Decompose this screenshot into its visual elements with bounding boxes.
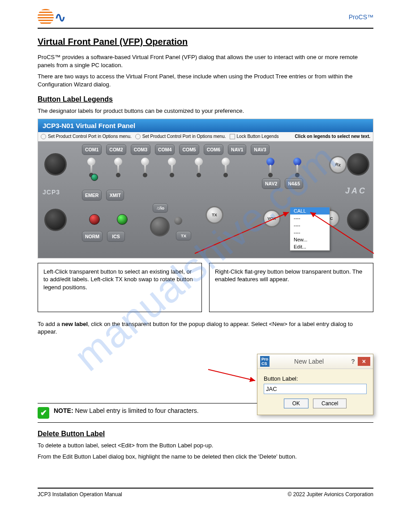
dropdown-item[interactable]: ---- (290, 215, 330, 222)
com1-toggle[interactable] (86, 158, 96, 176)
com5-button[interactable]: COM5 (179, 144, 199, 155)
sub2-p2: From the Edit Button Label dialog box, h… (38, 453, 373, 461)
left-row-3: NORM ICS (82, 231, 125, 242)
emer-button[interactable]: EMER (82, 190, 102, 201)
rotary-selector[interactable] (150, 217, 170, 236)
nav3-button[interactable]: NAV3 (251, 144, 269, 155)
rx-knob[interactable]: RX (327, 154, 349, 176)
com6-toggle[interactable] (221, 158, 231, 176)
ics-button[interactable]: ICS (107, 231, 125, 242)
dropdown-item-new[interactable]: New... (290, 236, 330, 243)
sub1-p: The designator labels for product button… (38, 107, 373, 115)
footnote-left: Left-Click transparent button to select … (38, 263, 202, 312)
vox-knob[interactable]: VOX (263, 210, 281, 227)
tx-knob[interactable]: TX (206, 206, 223, 224)
norm-led-red (89, 214, 100, 225)
intro-p2: There are two ways to access the Virtual… (38, 73, 373, 88)
intro-p1: ProCS™ provides a software-based Virtual… (38, 53, 373, 69)
dropdown-item[interactable]: ---- (290, 229, 330, 236)
svg-line-2 (208, 369, 255, 381)
dropdown-item-edit[interactable]: Edit... (290, 243, 330, 250)
dropdown-item-selected[interactable]: CALL (290, 207, 330, 215)
left-row-2: EMER XMIT (82, 190, 124, 201)
com1-button[interactable]: COM1 (82, 144, 102, 155)
com4-toggle[interactable] (167, 158, 177, 176)
ics-led-green (117, 214, 128, 225)
vfp-window: JCP3-N01 Virtual Front Panel Set Product… (38, 119, 373, 258)
nav1-toggle[interactable] (265, 158, 275, 176)
dialog-body: Button Label: OK Cancel (257, 369, 373, 415)
sub2-p1: To delete a button label, select <Edit> … (38, 442, 373, 450)
dialog-title: New Label (270, 358, 348, 365)
footer-left: JCP3 Installation Operation Manual (38, 491, 122, 498)
section-title: Virtual Front Panel (VFP) Operation (38, 37, 373, 47)
n45-button[interactable]: N4&5 (285, 178, 303, 189)
checkmark-icon: ✔ (38, 407, 49, 419)
com3-toggle[interactable] (140, 158, 150, 176)
page-footer: JCP3 Installation Operation Manual © 202… (38, 488, 373, 498)
com3-button[interactable]: COM3 (131, 144, 150, 155)
footnote-row: Left-Click transparent button to select … (38, 263, 373, 312)
vfp-toolbar: Set Product Control Port in Options menu… (38, 132, 373, 142)
footnote-right: Right-Click flat-grey button below trans… (209, 263, 373, 312)
xmit-button[interactable]: XMIT (106, 190, 124, 201)
nav1-button[interactable]: NAV1 (228, 144, 246, 155)
label-dropdown[interactable]: CALL ---- ---- ---- New... Edit... (290, 207, 330, 251)
logo-globe-icon (38, 9, 54, 25)
tx-button[interactable]: TX (176, 231, 191, 240)
vfp-option1-radio[interactable]: Set Product Control Port in Options menu… (41, 134, 132, 139)
logo-wave-icon: ∿ (55, 9, 66, 25)
com2-toggle[interactable] (113, 158, 123, 176)
help-icon[interactable]: ? (351, 358, 355, 365)
button-label-input[interactable] (264, 384, 367, 394)
new-label-dialog: ProCS New Label ? × Button Label: OK Can… (257, 354, 373, 415)
arrow-to-dialog-icon (206, 367, 260, 385)
sub1-title: Button Label Legends (38, 95, 373, 103)
lock-legends-checkbox[interactable]: Lock Button Legends (230, 134, 279, 139)
large-knob-bottom-right[interactable] (347, 209, 369, 231)
nav2-button[interactable]: NAV2 (262, 178, 280, 189)
vfp-titlebar: JCP3-N01 Virtual Front Panel (38, 119, 373, 132)
panel-brand: JAC (345, 186, 367, 196)
header: ∿ ProCS™ (38, 9, 373, 29)
com2-button[interactable]: COM2 (106, 144, 126, 155)
sub2-title: Delete Button Label (38, 430, 373, 438)
audio-io-button[interactable]: ♫/io (153, 203, 168, 213)
close-icon[interactable]: × (358, 357, 370, 366)
vfp-panel-body: JCP3 JAC COM1 COM2 COM3 COM4 COM5 COM6 N… (38, 142, 373, 258)
vfp-option2-radio[interactable]: Set Product Control Port in Options menu… (135, 134, 226, 139)
com4-button[interactable]: COM4 (155, 144, 175, 155)
new-label-para: To add a new label, click on the transpa… (38, 320, 373, 336)
com6-button[interactable]: COM6 (204, 144, 223, 155)
header-product: ProCS™ (349, 13, 373, 21)
page: manualshive.com ∿ ProCS™ Virtual Front P… (0, 0, 411, 515)
dialog-icon: ProCS (260, 356, 270, 367)
small-pushbutton[interactable] (174, 217, 182, 225)
ok-button[interactable]: OK (284, 399, 308, 408)
large-knob-top-right[interactable] (347, 153, 369, 176)
large-knob-bottom-left[interactable] (44, 209, 67, 231)
dialog-titlebar: ProCS New Label ? × (257, 354, 373, 369)
large-knob-top-left[interactable] (44, 153, 67, 176)
nav3-toggle[interactable] (292, 158, 302, 176)
top-button-row: COM1 COM2 COM3 COM4 COM5 COM6 NAV1 NAV3 (82, 144, 270, 155)
panel-model: JCP3 (43, 189, 60, 196)
footer-right: © 2022 Jupiter Avionics Corporation (288, 491, 373, 498)
status-led-green-small (91, 174, 98, 181)
vfp-hint: Click on legends to select new text. (295, 134, 370, 139)
dropdown-item[interactable]: ---- (290, 222, 330, 229)
cancel-button[interactable]: Cancel (313, 399, 347, 408)
dialog-field-label: Button Label: (264, 375, 367, 382)
nav-row: NAV2 N4&5 (262, 178, 303, 189)
norm-button[interactable]: NORM (82, 231, 103, 242)
com5-toggle[interactable] (194, 158, 204, 176)
